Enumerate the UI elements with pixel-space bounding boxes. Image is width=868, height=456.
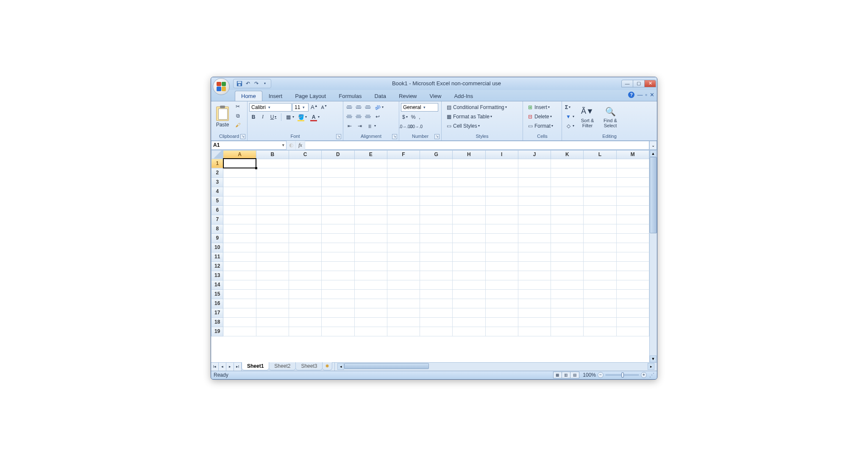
cell[interactable] <box>354 252 387 261</box>
cell[interactable] <box>485 308 518 317</box>
cell[interactable] <box>289 233 321 243</box>
cell[interactable] <box>616 299 649 308</box>
zoom-out-button[interactable]: − <box>598 372 604 378</box>
cell[interactable] <box>322 289 354 299</box>
cell[interactable] <box>354 271 387 280</box>
cell[interactable] <box>289 289 321 299</box>
cell[interactable] <box>420 159 453 168</box>
comma-format-button[interactable]: , <box>417 113 421 121</box>
zoom-slider[interactable] <box>605 374 639 376</box>
align-left-button[interactable] <box>345 112 353 121</box>
cell[interactable] <box>322 168 354 177</box>
cell[interactable] <box>322 280 354 289</box>
cell[interactable] <box>322 243 354 252</box>
cell[interactable] <box>584 196 616 205</box>
cell[interactable] <box>420 261 453 271</box>
align-center-button[interactable] <box>354 112 363 121</box>
cell[interactable] <box>387 205 420 215</box>
cell[interactable] <box>420 187 453 196</box>
cell[interactable] <box>223 299 256 308</box>
format-painter-button[interactable]: 🖌 <box>233 121 242 129</box>
cell[interactable] <box>453 308 485 317</box>
cell[interactable] <box>223 215 256 224</box>
page-break-view-button[interactable]: ▤ <box>570 372 579 378</box>
cell[interactable] <box>354 317 387 327</box>
formula-input[interactable] <box>305 141 649 150</box>
align-bottom-button[interactable] <box>364 103 372 112</box>
cell[interactable] <box>616 177 649 187</box>
undo-button[interactable]: ↶ <box>245 80 251 87</box>
clear-button[interactable]: ◇▾ <box>564 122 576 130</box>
cell[interactable] <box>518 289 551 299</box>
cell[interactable] <box>485 168 518 177</box>
row-header[interactable]: 14 <box>211 280 223 289</box>
cell[interactable] <box>551 327 584 336</box>
resize-grip-icon[interactable]: ⋰ <box>649 372 654 378</box>
cell[interactable] <box>551 187 584 196</box>
cell[interactable] <box>518 261 551 271</box>
column-header[interactable]: B <box>256 150 289 159</box>
cell[interactable] <box>420 317 453 327</box>
cell[interactable] <box>322 271 354 280</box>
cell[interactable] <box>354 327 387 336</box>
row-header[interactable]: 16 <box>211 299 223 308</box>
cell[interactable] <box>616 271 649 280</box>
scroll-up-button[interactable]: ▲ <box>650 150 657 157</box>
cell[interactable] <box>485 299 518 308</box>
cell[interactable] <box>518 196 551 205</box>
cell[interactable] <box>223 252 256 261</box>
cell[interactable] <box>584 261 616 271</box>
cell[interactable] <box>485 215 518 224</box>
column-header[interactable]: A <box>223 150 256 159</box>
cell[interactable] <box>453 280 485 289</box>
decrease-indent-button[interactable]: ⇤ <box>345 122 354 130</box>
underline-button[interactable]: U▾ <box>268 113 279 121</box>
row-header[interactable]: 19 <box>211 327 223 336</box>
cell[interactable] <box>518 327 551 336</box>
cell[interactable] <box>387 271 420 280</box>
cell[interactable] <box>387 233 420 243</box>
cell[interactable] <box>453 187 485 196</box>
cell[interactable] <box>616 289 649 299</box>
cell[interactable] <box>485 224 518 233</box>
cell[interactable] <box>518 215 551 224</box>
cell[interactable] <box>485 187 518 196</box>
cell[interactable] <box>584 187 616 196</box>
tab-page-layout[interactable]: Page Layout <box>289 91 332 101</box>
select-all-corner[interactable] <box>211 150 223 159</box>
cell[interactable] <box>616 233 649 243</box>
cell[interactable] <box>485 205 518 215</box>
cell[interactable] <box>518 233 551 243</box>
cell[interactable] <box>387 252 420 261</box>
cell[interactable] <box>584 308 616 317</box>
cell[interactable] <box>584 289 616 299</box>
cell[interactable] <box>256 252 289 261</box>
column-header[interactable]: M <box>616 150 649 159</box>
cell[interactable] <box>485 280 518 289</box>
minimize-button[interactable]: — <box>621 80 633 87</box>
cell[interactable] <box>354 205 387 215</box>
cell[interactable] <box>354 168 387 177</box>
cell[interactable] <box>223 233 256 243</box>
cell[interactable] <box>551 271 584 280</box>
cell[interactable] <box>551 159 584 168</box>
cell[interactable] <box>387 187 420 196</box>
font-color-button[interactable]: A▾ <box>309 113 321 121</box>
font-name-combo[interactable]: Calibri▾ <box>249 103 292 112</box>
cell[interactable] <box>584 243 616 252</box>
cell[interactable] <box>485 271 518 280</box>
cell[interactable] <box>354 289 387 299</box>
cell[interactable] <box>518 159 551 168</box>
cell[interactable] <box>322 215 354 224</box>
cell[interactable] <box>354 261 387 271</box>
cell[interactable] <box>485 289 518 299</box>
cell[interactable] <box>420 168 453 177</box>
cell[interactable] <box>354 159 387 168</box>
row-header[interactable]: 6 <box>211 205 223 215</box>
cell[interactable] <box>616 243 649 252</box>
cell[interactable] <box>518 224 551 233</box>
column-header[interactable]: C <box>289 150 321 159</box>
row-header[interactable]: 17 <box>211 308 223 317</box>
cell[interactable] <box>551 205 584 215</box>
autosum-button[interactable]: Σ▾ <box>564 103 576 112</box>
